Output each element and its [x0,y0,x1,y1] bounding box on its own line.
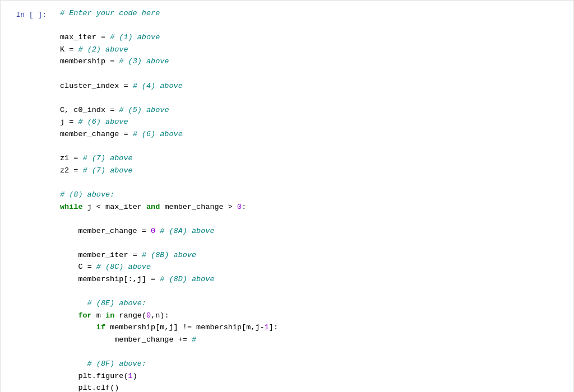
line-plt-figure: plt.figure(1) [60,370,564,382]
line-for-m: for m in range(0,n): [60,310,564,322]
line-comment-8e: # (8E) above: [60,297,564,310]
line-mc-zero: member_change = 0 # (8A) above [60,225,564,237]
line-j: j = # (6) above [60,116,564,128]
cell-prompt: In [ ]: [1,1,51,392]
line-z2: z2 = # (7) above [60,165,564,177]
cell-content[interactable]: # Enter your code here max_iter = # (1) … [51,1,573,392]
line-member-change: member_change = # (6) above [60,128,564,141]
line-comment-enter: # Enter your code here [60,7,564,20]
line-if-membership: if membership[m,j] != membership[m,j-1]: [60,321,564,334]
line-cluster-index: cluster_index = # (4) above [60,80,564,92]
line-comment-8: # (8) above: [60,189,564,201]
notebook-cell: In [ ]: # Enter your code here max_iter … [0,0,574,392]
line-z1: z1 = # (7) above [60,152,564,165]
line-comment-8f: # (8F) above: [60,358,564,370]
line-mc-plus: member_change += # [60,334,564,346]
line-k: K = # (2) above [60,44,564,56]
line-member-iter: member_iter = # (8B) above [60,249,564,262]
line-max-iter: max_iter = # (1) above [60,31,564,44]
line-while: while j < max_iter and member_change > 0… [60,201,564,213]
line-membership-j: membership[:,j] = # (8D) above [60,273,564,286]
line-membership: membership = # (3) above [60,55,564,68]
line-c-c0: C, c0_indx = # (5) above [60,104,564,116]
line-plt-clf: plt.clf() [60,382,564,392]
line-c-8c: C = # (8C) above [60,261,564,273]
